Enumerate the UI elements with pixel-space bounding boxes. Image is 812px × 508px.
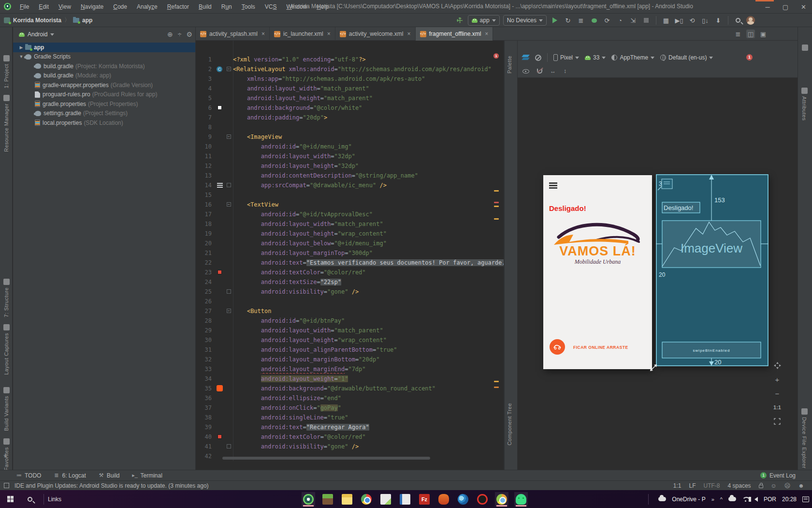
error-stripe-mark[interactable] — [494, 218, 499, 220]
fold-marker[interactable]: − — [227, 67, 231, 71]
code-line[interactable]: 36 android:ellipsize="end" — [196, 393, 504, 403]
api-selector[interactable]: 33 — [585, 54, 606, 61]
theme-selector[interactable]: AppTheme — [611, 54, 654, 61]
code-line[interactable]: 24 android:textSize="22sp" — [196, 277, 504, 287]
tool-stripe-device-file-explorer[interactable]: Device File Explorer — [798, 408, 811, 468]
code-line[interactable]: 40 android:textColor="@color/red" — [196, 432, 504, 442]
code-line[interactable]: 35 android:background="@drawable/button_… — [196, 384, 504, 393]
volume-icon[interactable] — [754, 497, 758, 502]
device-manager-button[interactable]: ▦ — [661, 15, 671, 25]
zoom-to-fit-button[interactable] — [772, 417, 782, 426]
error-stripe-mark[interactable] — [494, 381, 499, 382]
code-line[interactable]: 13 android:contentDescription="@string/a… — [196, 171, 504, 180]
code-line[interactable]: 14 app:srcCompat="@drawable/ic_menu" /> — [196, 180, 504, 190]
fold-marker[interactable]: − — [227, 309, 231, 313]
code-line[interactable]: 23 android:textColor="@color/red" — [196, 268, 504, 277]
read-lock-icon[interactable] — [759, 485, 763, 488]
zoom-level[interactable]: 1:1 — [772, 403, 782, 412]
layout-preview[interactable]: Desligado! VAMOS LÁ! Mobilidade Urbana F… — [543, 175, 652, 369]
tree-item-build-gradle[interactable]: build.gradle(Module: app) — [13, 71, 195, 81]
code-line[interactable]: 38 android:singleLine="true" — [196, 413, 504, 422]
code-line[interactable]: 1<?xml version="1.0" encoding="utf-8"?> — [196, 55, 504, 64]
code-line[interactable]: 26 — [196, 297, 504, 306]
run-configuration-combo[interactable]: app — [468, 15, 500, 26]
code-line[interactable]: 11 android:layout_width="32dp" — [196, 151, 504, 161]
clock[interactable]: 20:28 — [782, 496, 797, 503]
apply-changes-button[interactable]: ↻ — [563, 15, 573, 25]
taskbar-app-notepad[interactable] — [379, 492, 392, 507]
menu-run[interactable]: Run — [218, 2, 236, 12]
error-stripe-mark[interactable] — [494, 387, 499, 388]
taskbar-app-opera[interactable] — [476, 492, 489, 507]
code-line[interactable]: 10 android:id="@+id/menu_img" — [196, 142, 504, 151]
tree-item-gradle-scripts[interactable]: ▼Gradle Scripts — [13, 52, 195, 62]
error-stripe-mark[interactable] — [494, 190, 499, 192]
language-indicator[interactable]: POR — [764, 496, 776, 503]
start-button[interactable] — [0, 490, 20, 508]
tree-item-proguard-rules-pro[interactable]: proguard-rules.pro(ProGuard Rules for ap… — [13, 90, 195, 100]
favorites-star-icon[interactable]: ★ — [3, 452, 8, 459]
build-hammer-button[interactable]: ⚒ — [452, 14, 466, 27]
code-line[interactable]: 32 android:layout_marginBottom="20dp" — [196, 355, 504, 364]
error-stripe[interactable] — [492, 41, 501, 470]
menu-analyze[interactable]: Analyze — [133, 2, 161, 12]
view-options-icon[interactable] — [522, 69, 529, 74]
code-line[interactable]: 19 android:layout_height="wrap_content" — [196, 229, 504, 239]
split-view-button[interactable]: ◫ — [746, 30, 755, 38]
inspection-profile-icon[interactable]: ☻ — [798, 482, 804, 489]
menu-code[interactable]: Code — [109, 2, 131, 12]
default-margins-icon[interactable]: ↔ — [550, 68, 556, 75]
tree-item-gradle-wrapper-properties[interactable]: gradle-wrapper.properties(Gradle Version… — [13, 80, 195, 90]
code-editor[interactable]: 1<?xml version="1.0" encoding="utf-8"?>2… — [196, 41, 504, 470]
toolwindow-6-logcat[interactable]: ≣6: Logcat — [54, 472, 86, 479]
menu-file[interactable]: File — [16, 2, 33, 12]
menu-view[interactable]: View — [55, 2, 75, 12]
code-line[interactable]: 9− <ImageView — [196, 132, 504, 142]
fold-end-marker[interactable] — [227, 289, 231, 294]
code-line[interactable]: 42 — [196, 451, 504, 461]
fold-marker[interactable]: − — [227, 134, 231, 139]
collapse-all-button[interactable]: ÷ — [178, 30, 182, 38]
code-line[interactable]: 30 android:layout_height="wrap_content" — [196, 335, 504, 345]
fold-end-marker[interactable] — [227, 183, 231, 187]
device-selector[interactable]: Pixel — [553, 54, 579, 61]
hidden-icons-button[interactable]: ^ — [720, 496, 723, 502]
code-line[interactable]: 4 android:layout_width="match_parent" — [196, 84, 504, 93]
palette-tab[interactable]: Palette — [507, 56, 512, 74]
layout-grid-icon[interactable] — [802, 45, 808, 51]
close-tab-icon[interactable]: × — [485, 30, 488, 37]
code-line[interactable]: 34 android:layout_weight="1" — [196, 374, 504, 384]
code-line[interactable]: 25 android:visibility="gone" /> — [196, 287, 504, 297]
tool-stripe-layout-captures[interactable]: Layout Captures — [0, 324, 13, 375]
menu-vcs[interactable]: VCS — [261, 2, 281, 12]
search-everywhere-button[interactable] — [733, 15, 743, 25]
layout-inspector-button[interactable]: ▯↓ — [700, 15, 710, 25]
code-line[interactable]: 41 android:visibility="gone" /> — [196, 442, 504, 451]
line-ending[interactable]: LF — [689, 482, 696, 489]
tree-item-app[interactable]: ▶app — [13, 43, 195, 52]
pan-hand-icon[interactable] — [772, 360, 782, 370]
design-surface-icon[interactable] — [522, 55, 529, 60]
menu-navigate[interactable]: Navigate — [77, 2, 107, 12]
indent-setting[interactable]: 4 spaces — [728, 482, 751, 489]
project-view-header[interactable]: Android ⊕ ÷ ⚙ ─ — [13, 27, 195, 42]
autoconnect-off-icon[interactable] — [537, 69, 542, 74]
code-line[interactable]: 39 android:text="Recarregar Agora" — [196, 422, 504, 432]
avd-manager-button[interactable]: ▶▯ — [674, 15, 684, 25]
component-tree-tab[interactable]: Component Tree — [507, 403, 512, 446]
code-line[interactable]: 6 android:background="@color/white" — [196, 103, 504, 113]
tree-item-build-gradle[interactable]: build.gradle(Project: Korrida Motorista) — [13, 61, 195, 71]
taskbar-app-document[interactable] — [398, 492, 412, 507]
taskbar-app-file-explorer[interactable] — [340, 492, 354, 507]
attach-debugger-button[interactable]: ⇲ — [628, 15, 638, 25]
taskbar-app-chrome-canary[interactable] — [495, 492, 508, 507]
code-line[interactable]: 2C−<RelativeLayout xmlns:android="http:/… — [196, 64, 504, 74]
code-area[interactable]: 1<?xml version="1.0" encoding="utf-8"?>2… — [196, 55, 504, 461]
code-line[interactable]: 37 android:onClick="goPay" — [196, 403, 504, 413]
close-tab-icon[interactable]: × — [327, 30, 331, 37]
stop-button[interactable] — [641, 15, 651, 25]
sync-gradle-button[interactable]: ⟲ — [687, 15, 697, 25]
zoom-in-button[interactable]: + — [772, 374, 782, 384]
minimize-button[interactable]: ─ — [766, 3, 770, 11]
editor-tab-activity_splash-xml[interactable]: activity_splash.xml× — [196, 27, 270, 41]
